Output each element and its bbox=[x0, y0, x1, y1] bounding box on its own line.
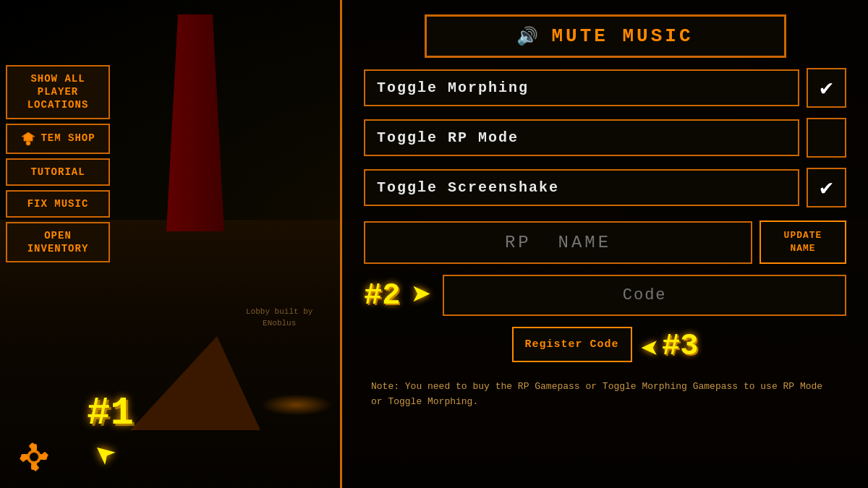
tem-shop-button[interactable]: TEM SHOP bbox=[6, 124, 110, 154]
tem-shop-label: TEM SHOP bbox=[41, 132, 95, 145]
register-code-area: Register Code ➤ #3 bbox=[364, 327, 846, 366]
code-input[interactable] bbox=[443, 275, 846, 316]
annotation-3-label: #3 bbox=[662, 329, 698, 364]
annotation-3-container: ➤ #3 bbox=[639, 327, 699, 366]
annotation-1: #1 ➤ bbox=[87, 394, 134, 474]
update-name-label: UPDATE NAME bbox=[784, 230, 822, 254]
show-all-locations-button[interactable]: Show All Player Locations bbox=[6, 65, 110, 119]
toggle-morphing-button[interactable]: Toggle Morphing bbox=[364, 69, 799, 106]
toggle-rp-mode-button[interactable]: Toggle RP Mode bbox=[364, 119, 799, 156]
fix-music-label: Fix Music bbox=[27, 198, 89, 210]
svg-marker-0 bbox=[22, 132, 35, 141]
toggle-rp-mode-checkbox[interactable] bbox=[807, 118, 846, 158]
main-panel: 🔊 MUTE MUSIC Toggle Morphing Toggle RP M… bbox=[340, 0, 868, 488]
fix-music-button[interactable]: Fix Music bbox=[6, 190, 110, 218]
toggle-morphing-label: Toggle Morphing bbox=[377, 80, 529, 96]
annotation-3-arrow: ➤ bbox=[639, 327, 659, 366]
show-all-locations-label: Show All Player Locations bbox=[27, 73, 89, 111]
toggle-rp-mode-row: Toggle RP Mode bbox=[364, 118, 846, 158]
register-code-button[interactable]: Register Code bbox=[512, 327, 632, 362]
svg-point-3 bbox=[30, 453, 38, 461]
note-text: Note: You need to buy the RP Gamepass or… bbox=[364, 380, 846, 410]
lobby-credit: Lobby built by ENoblus bbox=[246, 307, 312, 329]
mute-music-label: MUTE MUSIC bbox=[551, 25, 693, 47]
tem-icon bbox=[20, 131, 36, 147]
mute-music-button[interactable]: 🔊 MUTE MUSIC bbox=[425, 14, 786, 58]
bg-curtain bbox=[166, 14, 224, 231]
open-inventory-label: OPEN INVENTORY bbox=[27, 230, 89, 254]
toggle-screenshake-row: Toggle Screenshake bbox=[364, 168, 846, 207]
toggle-screenshake-checkbox[interactable] bbox=[807, 168, 846, 207]
open-inventory-button[interactable]: OPEN INVENTORY bbox=[6, 222, 110, 262]
annotation-2-label: #2 bbox=[364, 278, 400, 313]
tutorial-label: Tutorial bbox=[30, 166, 85, 178]
annotation-2-arrow: ➤ bbox=[411, 274, 432, 317]
bg-ramp bbox=[130, 336, 260, 430]
code-row: #2 ➤ bbox=[364, 274, 846, 317]
gear-icon[interactable] bbox=[11, 434, 58, 484]
toggle-screenshake-button[interactable]: Toggle Screenshake bbox=[364, 169, 799, 206]
bg-glow bbox=[260, 394, 333, 416]
svg-point-1 bbox=[26, 141, 30, 145]
update-name-button[interactable]: UPDATE NAME bbox=[760, 221, 846, 264]
toggle-morphing-row: Toggle Morphing bbox=[364, 68, 846, 108]
tutorial-button[interactable]: Tutorial bbox=[6, 158, 110, 186]
rp-name-row: UPDATE NAME bbox=[364, 221, 846, 264]
register-code-label: Register Code bbox=[525, 338, 619, 351]
toggle-rp-mode-label: Toggle RP Mode bbox=[377, 129, 519, 146]
rp-name-input[interactable] bbox=[364, 221, 752, 264]
speaker-icon: 🔊 bbox=[516, 26, 541, 47]
toggle-morphing-checkbox[interactable] bbox=[807, 68, 846, 108]
toggle-screenshake-label: Toggle Screenshake bbox=[377, 179, 559, 196]
